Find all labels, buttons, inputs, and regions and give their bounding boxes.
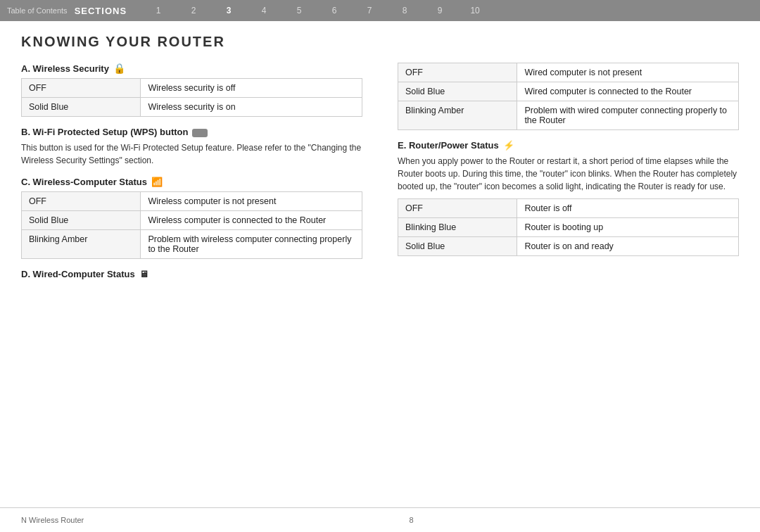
monitor-icon xyxy=(139,269,148,279)
table-row: OFF Wireless computer is not present xyxy=(22,192,362,211)
footer-page-number: 8 xyxy=(410,516,414,524)
section-b-label: B. Wi-Fi Protected Setup (WPS) button xyxy=(21,127,188,137)
section-d-header: D. Wired-Computer Status xyxy=(21,269,362,279)
table-cell: Wireless computer is not present xyxy=(141,192,362,211)
table-cell: Wired computer is connected to the Route… xyxy=(517,82,739,101)
table-row: Blinking Amber Problem with wired comput… xyxy=(398,101,739,130)
nav-numbers: 1 2 3 4 5 6 7 8 9 10 xyxy=(141,6,753,15)
table-row: Blinking Amber Problem with wireless com… xyxy=(22,230,362,259)
top-nav: Table of Contents SECTIONS 1 2 3 4 5 6 7… xyxy=(0,0,760,21)
nav-num-4[interactable]: 4 xyxy=(246,6,281,15)
main-content: A. Wireless Security OFF Wireless securi… xyxy=(0,56,760,503)
wps-icon xyxy=(192,127,208,137)
nav-num-10[interactable]: 10 xyxy=(457,6,493,15)
table-cell: OFF xyxy=(22,192,141,211)
nav-num-5[interactable]: 5 xyxy=(281,6,317,15)
section-b-header: B. Wi-Fi Protected Setup (WPS) button xyxy=(21,127,362,137)
section-e-label: E. Router/Power Status xyxy=(398,140,499,151)
section-e-header: E. Router/Power Status xyxy=(398,140,739,151)
table-cell: Blinking Amber xyxy=(22,230,141,259)
footer-left: N Wireless Router xyxy=(21,516,84,524)
section-c-label: C. Wireless-Computer Status xyxy=(21,177,147,187)
footer: N Wireless Router 8 xyxy=(0,507,760,532)
table-cell: Wireless security is off xyxy=(141,79,362,98)
table-cell: Solid Blue xyxy=(398,82,517,101)
lock-icon xyxy=(113,63,125,74)
table-cell: Wired computer is not present xyxy=(517,63,739,82)
nav-num-6[interactable]: 6 xyxy=(317,6,352,15)
table-cell: OFF xyxy=(22,79,141,98)
table-cell: Problem with wireless computer connectin… xyxy=(141,230,362,259)
section-a-header: A. Wireless Security xyxy=(21,63,362,74)
sections-label: SECTIONS xyxy=(75,6,127,16)
table-cell: Wireless computer is connected to the Ro… xyxy=(141,211,362,230)
toc-label: Table of Contents xyxy=(7,6,68,15)
table-row: OFF Wired computer is not present xyxy=(398,63,739,82)
table-cell: OFF xyxy=(398,63,517,82)
page-title: KNOWING YOUR ROUTER xyxy=(0,21,760,56)
section-a-label: A. Wireless Security xyxy=(21,63,109,74)
power-icon xyxy=(503,140,514,151)
table-row: Solid Blue Router is on and ready xyxy=(398,237,739,256)
table-row: Blinking Blue Router is booting up xyxy=(398,218,739,237)
table-row: OFF Wireless security is off xyxy=(22,79,362,98)
nav-num-2[interactable]: 2 xyxy=(176,6,211,15)
section-b-text: This button is used for the Wi-Fi Protec… xyxy=(21,141,362,167)
nav-num-9[interactable]: 9 xyxy=(422,6,457,15)
table-cell: Blinking Blue xyxy=(398,218,517,237)
table-cell: OFF xyxy=(398,199,517,218)
nav-num-8[interactable]: 8 xyxy=(387,6,422,15)
nav-num-3[interactable]: 3 xyxy=(211,6,246,15)
table-row: Solid Blue Wired computer is connected t… xyxy=(398,82,739,101)
section-e-table: OFF Router is off Blinking Blue Router i… xyxy=(398,198,739,256)
left-column: A. Wireless Security OFF Wireless securi… xyxy=(21,63,384,496)
table-cell: Blinking Amber xyxy=(398,101,517,130)
table-cell: Wireless security is on xyxy=(141,98,362,117)
table-row: OFF Router is off xyxy=(398,199,739,218)
section-e-text: When you apply power to the Router or re… xyxy=(398,155,739,193)
table-cell: Solid Blue xyxy=(22,98,141,117)
table-cell: Router is on and ready xyxy=(517,237,739,256)
table-cell: Router is booting up xyxy=(517,218,739,237)
section-d-label: D. Wired-Computer Status xyxy=(21,269,135,279)
section-c-table: OFF Wireless computer is not present Sol… xyxy=(21,191,362,259)
nav-num-7[interactable]: 7 xyxy=(352,6,387,15)
table-cell: Solid Blue xyxy=(398,237,517,256)
right-column: OFF Wired computer is not present Solid … xyxy=(384,63,739,496)
nav-num-1[interactable]: 1 xyxy=(141,6,176,15)
table-row: Solid Blue Wireless security is on xyxy=(22,98,362,117)
section-d-table: OFF Wired computer is not present Solid … xyxy=(398,63,739,130)
table-row: Solid Blue Wireless computer is connecte… xyxy=(22,211,362,230)
table-cell: Solid Blue xyxy=(22,211,141,230)
section-a-table: OFF Wireless security is off Solid Blue … xyxy=(21,78,362,117)
wifi-icon xyxy=(151,177,163,187)
table-cell: Problem with wired computer connecting p… xyxy=(517,101,739,130)
table-cell: Router is off xyxy=(517,199,739,218)
section-c-header: C. Wireless-Computer Status xyxy=(21,177,362,187)
